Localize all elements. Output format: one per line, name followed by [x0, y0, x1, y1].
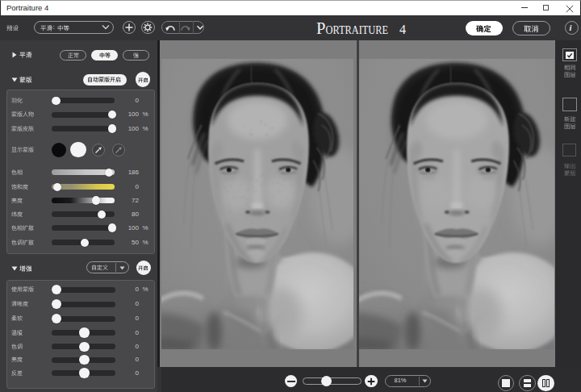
- svg-text:4: 4: [399, 23, 406, 35]
- svg-text:ORTRAITURE: ORTRAITURE: [326, 23, 389, 35]
- svg-text:P: P: [316, 23, 325, 35]
